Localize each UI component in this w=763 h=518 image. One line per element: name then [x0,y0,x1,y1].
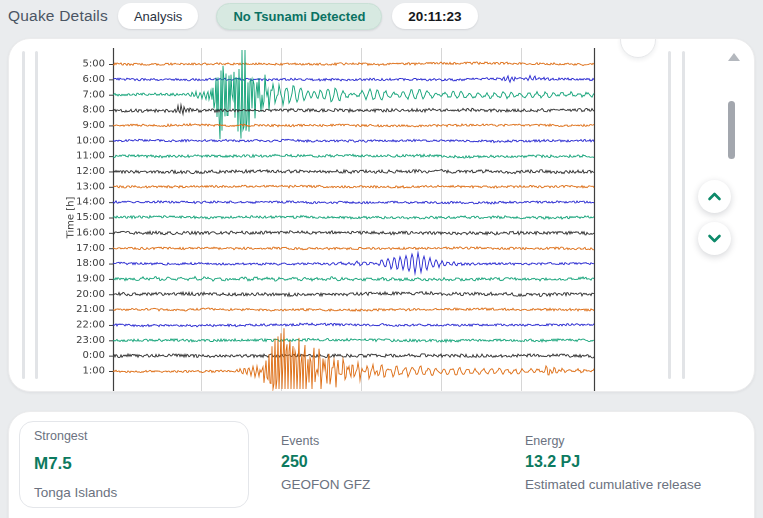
clock-display: 20:11:23 [392,3,477,29]
energy-stat-block: Energy 13.2 PJ Estimated cumulative rele… [525,434,701,492]
energy-value: 13.2 PJ [525,453,701,471]
left-scroll-track-line [22,51,25,379]
energy-label: Energy [525,434,701,448]
events-stat-block: Events 250 GEOFON GFZ [281,434,370,492]
events-label: Events [281,434,370,448]
strongest-magnitude: M7.5 [34,454,234,474]
scroll-down-button[interactable] [698,222,731,255]
right-scroll-track-line [682,51,685,379]
chevron-up-icon [707,191,722,202]
chevron-down-icon [707,233,722,244]
tsunami-status-badge: No Tsunami Detected [216,3,382,30]
seismogram-card [8,38,755,392]
right-scroll-track-line [668,51,671,379]
strongest-label: Strongest [34,429,234,443]
strongest-location: Tonga Islands [34,485,234,500]
left-scroll-track-line [35,51,38,379]
page-title: Quake Details [8,7,108,25]
top-bar: Quake Details Analysis No Tsunami Detect… [0,0,763,32]
helicorder-chart[interactable] [9,39,755,392]
summary-stats-card: Strongest M7.5 Tonga Islands Events 250 … [8,411,755,518]
analysis-button[interactable]: Analysis [118,3,198,29]
events-source: GEOFON GFZ [281,477,370,492]
events-count: 250 [281,453,370,471]
strongest-quake-card: Strongest M7.5 Tonga Islands [19,421,249,508]
scrollbar-up-arrow-icon[interactable] [728,53,740,61]
energy-description: Estimated cumulative release [525,477,701,492]
scrollbar-thumb[interactable] [728,101,735,159]
scroll-up-button[interactable] [698,180,731,213]
